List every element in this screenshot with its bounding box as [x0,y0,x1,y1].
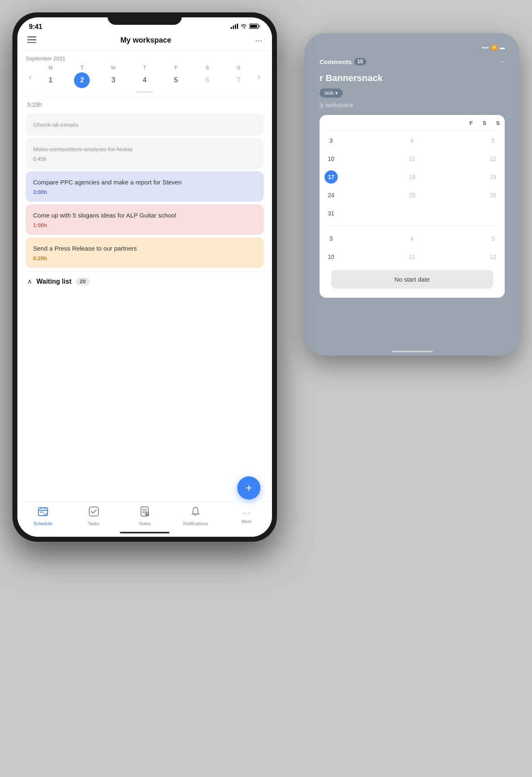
task-duration-3: 3:00h [33,189,256,195]
svg-rect-19 [142,511,147,512]
nav-schedule[interactable]: 13 Schedule [17,506,68,526]
header-more-dots[interactable]: ··· [255,36,262,45]
bg-signal-icon: ▪▪▪▪ [482,45,489,50]
phone-notch [107,12,182,25]
bg-cal-row: 31 [324,204,500,222]
bg-cal-row: 3 4 5 [324,230,500,248]
svg-rect-13 [40,512,41,513]
nav-notifications[interactable]: Notifications [170,506,221,526]
calendar-next-button[interactable]: › [254,70,264,83]
waiting-list-label: Waiting list [36,278,72,285]
battery-icon [249,24,260,30]
task-duration-4: 1:00h [33,222,256,228]
home-bar [17,528,272,537]
cal-day-name-7: S [237,65,240,71]
bg-comments-label: Comments [320,58,352,65]
task-card-3[interactable]: Compare PPC agencies and make a report f… [26,171,264,202]
bg-cal-row: 10 11 12 [324,150,500,168]
total-time-label: 5:25h [17,96,272,111]
bg-header: Comments 15 ··· [313,54,511,69]
bg-cal-body: 3 4 5 10 11 12 17 18 19 24 25 26 [324,130,500,266]
bottom-navigation: 13 Schedule Tasks [17,502,272,528]
waiting-list-count: 20 [76,277,90,285]
more-label: More [241,519,252,524]
calendar-day-3[interactable]: W 3 [105,65,121,88]
bg-no-start-date[interactable]: No start date [331,270,493,289]
bg-workspace: ly workspace [313,99,511,111]
task-duration-5: 0:20h [33,255,256,261]
notes-label: Notes [139,521,151,526]
nav-tasks[interactable]: Tasks [68,506,119,526]
svg-rect-20 [142,512,146,513]
notifications-label: Notifications [183,521,208,526]
calendar-month: September 2021 [26,55,264,62]
waiting-list-section[interactable]: ∧ Waiting list 20 [17,271,272,291]
cal-day-num-4: 4 [137,72,153,88]
calendar-week: ‹ M 1 T 2 W 3 [26,65,264,88]
bg-cal-row: 3 4 5 [324,131,500,150]
tasks-label: Tasks [88,521,100,526]
cal-day-num-7: 7 [231,72,246,88]
bg-comments-section: Comments 15 [320,58,366,65]
background-phone: ▪▪▪▪ 🛜 ▬ Comments 15 ··· r Bannersnack t… [305,33,520,356]
calendar-day-5[interactable]: F 5 [168,65,184,88]
task-title-3: Compare PPC agencies and make a report f… [33,178,256,186]
cal-day-name-5: F [174,65,177,71]
cal-day-num-2: 2 [74,72,90,88]
calendar-day-1[interactable]: M 1 [43,65,59,88]
header-title: My workspace [120,36,171,45]
cal-day-num-6: 6 [200,72,215,88]
calendar-day-6[interactable]: S 6 [200,65,215,88]
task-card-1[interactable]: Check all emails [26,114,264,136]
nav-more[interactable]: ··· More [221,509,272,524]
notifications-icon [190,506,201,519]
notes-icon [139,506,150,519]
bg-cal-row: 10 11 12 [324,248,500,266]
svg-rect-11 [44,507,45,509]
calendar-divider [136,91,153,93]
tasks-icon [88,506,99,519]
svg-rect-1 [233,26,234,29]
svg-rect-8 [27,42,36,43]
bg-cal-row: 24 25 26 [324,186,500,204]
svg-rect-6 [27,36,36,38]
calendar-section: September 2021 ‹ M 1 T 2 W [17,50,272,96]
task-title-5: Send a Press Release to our partners [33,244,256,253]
nav-notes[interactable]: Notes [119,506,170,526]
bg-wifi-icon: 🛜 [491,45,497,50]
bg-comments-count: 15 [354,58,366,65]
calendar-day-4[interactable]: T 4 [137,65,153,88]
cal-day-name-3: W [111,65,115,71]
bg-calendar-popup: F S S 3 4 5 10 11 12 17 18 19 [320,115,505,298]
svg-point-24 [195,507,196,508]
bg-home-bar [391,351,433,352]
more-icon: ··· [242,509,251,517]
calendar-days: M 1 T 2 W 3 T 4 [35,65,255,88]
task-duration-2: 0:45h [33,156,256,162]
bg-status-bar: ▪▪▪▪ 🛜 ▬ [313,41,511,54]
wifi-icon [240,24,247,30]
svg-rect-18 [142,509,147,510]
calendar-prev-button[interactable]: ‹ [26,70,35,83]
cal-day-name-6: S [206,65,209,71]
bg-more-dots: ··· [500,58,505,65]
menu-icon[interactable] [27,36,36,45]
svg-rect-0 [231,27,232,29]
svg-rect-16 [89,507,98,516]
task-card-4[interactable]: Come up with 5 slogans ideas for ALP Gui… [26,204,264,235]
calendar-day-2[interactable]: T 2 [74,65,90,88]
task-card-5[interactable]: Send a Press Release to our partners 0:2… [26,237,264,268]
home-bar-line [120,532,169,533]
add-task-fab-button[interactable]: + [237,476,260,500]
calendar-day-7[interactable]: S 7 [231,65,246,88]
task-title-1: Check all emails [33,120,256,129]
app-header: My workspace ··· [17,32,272,50]
cal-day-num-1: 1 [43,72,59,88]
status-time: 9:41 [29,23,42,31]
svg-rect-23 [147,513,148,514]
signal-icon [231,24,238,30]
task-card-2[interactable]: Make competitors analysis for Nokia 0:45… [26,138,264,169]
bg-task-chip: task ▾ [320,88,343,98]
svg-rect-2 [235,24,236,29]
status-icons [231,24,260,30]
